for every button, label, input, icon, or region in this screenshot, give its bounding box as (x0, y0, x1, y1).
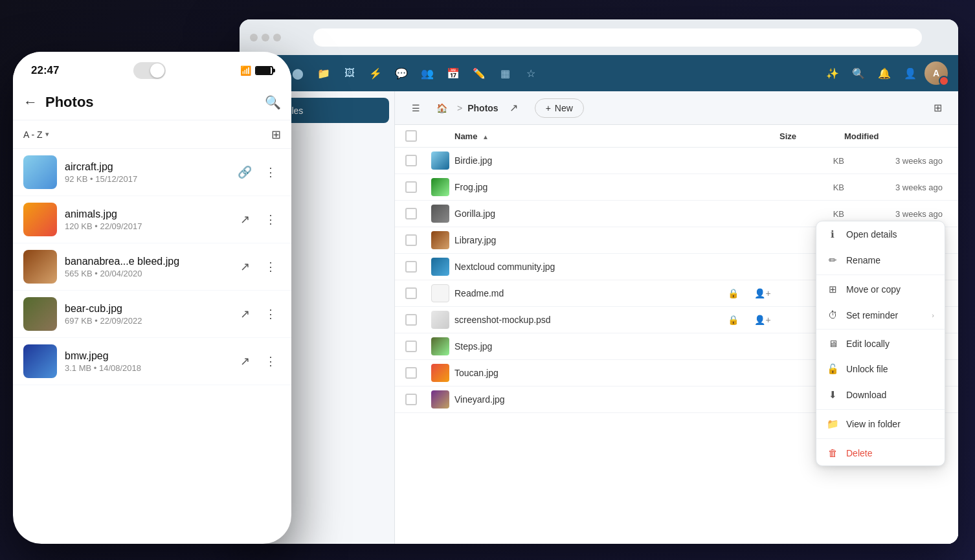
checkbox-file-7[interactable] (405, 341, 417, 352)
context-menu-item-view-in-folder[interactable]: 📁 View in folder (816, 411, 945, 437)
nav-contacts-icon[interactable]: 👥 (416, 62, 439, 85)
checkbox-file-6[interactable] (405, 314, 417, 326)
sidebar-toggle-btn[interactable]: ☰ (405, 98, 426, 118)
file-checkbox-1[interactable] (405, 181, 431, 193)
nav-deck-icon[interactable]: ▦ (493, 62, 517, 85)
phone-more-btn-2[interactable]: ⋮ (260, 256, 281, 277)
nav-notes-icon[interactable]: ✏️ (467, 62, 491, 85)
context-menu-item-download[interactable]: ⬇ Download (816, 382, 945, 408)
phone-more-btn-3[interactable]: ⋮ (260, 304, 281, 324)
phone-file-item[interactable]: bmw.jpeg 3.1 MB • 14/08/2018 ↗ ⋮ (13, 338, 291, 385)
avatar[interactable]: A (925, 62, 948, 85)
checkbox-file-5[interactable] (405, 287, 417, 299)
context-menu-item-unlock-file[interactable]: 🔓 Unlock file (816, 356, 945, 382)
checkbox-file-0[interactable] (405, 155, 417, 166)
file-checkbox-8[interactable] (405, 367, 431, 379)
file-checkbox-0[interactable] (405, 155, 431, 166)
search-icon[interactable]: 🔍 (847, 62, 870, 85)
phone-more-btn-1[interactable]: ⋮ (260, 209, 281, 230)
col-name-header[interactable]: Name ▲ (454, 131, 728, 141)
phone-file-actions-3: ↗ ⋮ (234, 304, 281, 324)
file-share-btn-0[interactable] (754, 151, 772, 170)
checkbox-all[interactable] (405, 130, 417, 142)
checkbox-file-3[interactable] (405, 234, 417, 246)
file-name-7[interactable]: Steps.jpg (454, 341, 728, 352)
breadcrumb-photos[interactable]: Photos (467, 103, 498, 113)
file-share-btn-9[interactable] (754, 390, 772, 409)
nav-photos-icon[interactable]: 🖼 (338, 62, 361, 85)
file-name-2[interactable]: Gorilla.jpg (454, 208, 728, 219)
phone-file-item[interactable]: aircraft.jpg 92 KB • 15/12/2017 🔗 ⋮ (13, 149, 291, 196)
file-share-btn-2[interactable] (754, 205, 772, 223)
context-menu-item-move-copy[interactable]: ⊞ Move or copy (816, 276, 945, 302)
phone-share-btn-3[interactable]: ↗ (234, 304, 255, 324)
phone-share-btn-1[interactable]: ↗ (234, 209, 255, 230)
address-bar[interactable] (313, 28, 922, 47)
file-name-5[interactable]: Readme.md (454, 288, 728, 298)
file-name-8[interactable]: Toucan.jpg (454, 368, 728, 378)
nav-starred-icon[interactable]: ☆ (519, 62, 543, 85)
phone-more-btn-0[interactable]: ⋮ (260, 162, 281, 183)
context-menu-item-set-reminder[interactable]: ⏱ Set reminder › (816, 302, 945, 328)
grid-view-btn[interactable]: ⊞ (927, 98, 948, 118)
phone-share-btn-2[interactable]: ↗ (234, 256, 255, 277)
new-button[interactable]: + New (535, 98, 584, 118)
phone-more-btn-4[interactable]: ⋮ (260, 351, 281, 372)
phone-link-btn-0[interactable]: 🔗 (234, 162, 255, 183)
file-share-btn-4[interactable] (754, 258, 772, 276)
col-modified-header[interactable]: Modified (844, 131, 948, 141)
file-name-0[interactable]: Birdie.jpg (454, 155, 728, 166)
home-btn[interactable]: 🏠 (431, 98, 452, 118)
context-menu-items-container: ℹ Open details ✏ Rename ⊞ Move or copy ⏱… (816, 221, 945, 465)
checkbox-file-8[interactable] (405, 367, 417, 379)
file-share-btn-6[interactable]: 👤+ (754, 311, 772, 329)
file-thumbnail-7 (431, 337, 449, 355)
context-menu-item-delete[interactable]: 🗑 Delete (816, 440, 945, 465)
file-share-btn-5[interactable]: 👤+ (754, 284, 772, 302)
phone-back-button[interactable]: ← (23, 94, 38, 111)
checkbox-file-4[interactable] (405, 261, 417, 273)
phone-file-item[interactable]: bear-cub.jpg 697 KB • 22/09/2022 ↗ ⋮ (13, 291, 291, 338)
col-size-header[interactable]: Size (779, 131, 844, 141)
file-share-btn-8[interactable] (754, 364, 772, 382)
context-menu-item-open-details[interactable]: ℹ Open details (816, 221, 945, 247)
file-checkbox-6[interactable] (405, 314, 431, 326)
file-share-btn-3[interactable] (754, 231, 772, 249)
phone-grid-toggle[interactable]: ⊞ (271, 128, 281, 142)
context-menu-item-rename[interactable]: ✏ Rename (816, 247, 945, 273)
file-checkbox-5[interactable] (405, 287, 431, 299)
file-name-3[interactable]: Library.jpg (454, 235, 728, 245)
file-name-9[interactable]: Vineyard.jpg (454, 394, 728, 405)
file-checkbox-2[interactable] (405, 208, 431, 219)
file-name-6[interactable]: screenshot-mockup.psd (454, 315, 728, 325)
contacts-menu-icon[interactable]: 👤 (899, 62, 922, 85)
notifications-icon[interactable]: 🔔 (873, 62, 896, 85)
file-row[interactable]: Frog.jpg KB 3 weeks ago (395, 174, 958, 201)
phone-share-btn-4[interactable]: ↗ (234, 351, 255, 372)
checkbox-file-1[interactable] (405, 181, 417, 193)
file-name-1[interactable]: Frog.jpg (454, 182, 728, 192)
nav-files-icon[interactable]: 📁 (312, 62, 335, 85)
checkbox-file-2[interactable] (405, 208, 417, 219)
file-checkbox-3[interactable] (405, 234, 431, 246)
checkbox-file-9[interactable] (405, 394, 417, 405)
share-btn[interactable]: ↗ (504, 98, 524, 118)
phone-file-item[interactable]: animals.jpg 120 KB • 22/09/2017 ↗ ⋮ (13, 196, 291, 243)
file-share-btn-7[interactable] (754, 337, 772, 355)
context-menu-item-edit-locally[interactable]: 🖥 Edit locally (816, 331, 945, 356)
file-checkbox-7[interactable] (405, 341, 431, 352)
select-all-checkbox[interactable] (405, 130, 431, 142)
file-checkbox-9[interactable] (405, 394, 431, 405)
nav-activity-icon[interactable]: ⚡ (364, 62, 387, 85)
file-name-4[interactable]: Nextcloud community.jpg (454, 262, 728, 272)
file-thumbnail-6 (431, 311, 449, 329)
nav-calendar-icon[interactable]: 📅 (442, 62, 465, 85)
file-checkbox-4[interactable] (405, 261, 431, 273)
ai-assistant-icon[interactable]: ✨ (821, 62, 844, 85)
file-share-btn-1[interactable] (754, 178, 772, 196)
phone-file-item[interactable]: bananabrea...e bleed.jpg 565 KB • 20/04/… (13, 243, 291, 291)
sort-selector[interactable]: A - Z ▾ (23, 129, 49, 140)
file-row[interactable]: Birdie.jpg KB 3 weeks ago (395, 148, 958, 174)
nav-talk-icon[interactable]: 💬 (390, 62, 413, 85)
phone-search-button[interactable]: 🔍 (265, 95, 281, 110)
